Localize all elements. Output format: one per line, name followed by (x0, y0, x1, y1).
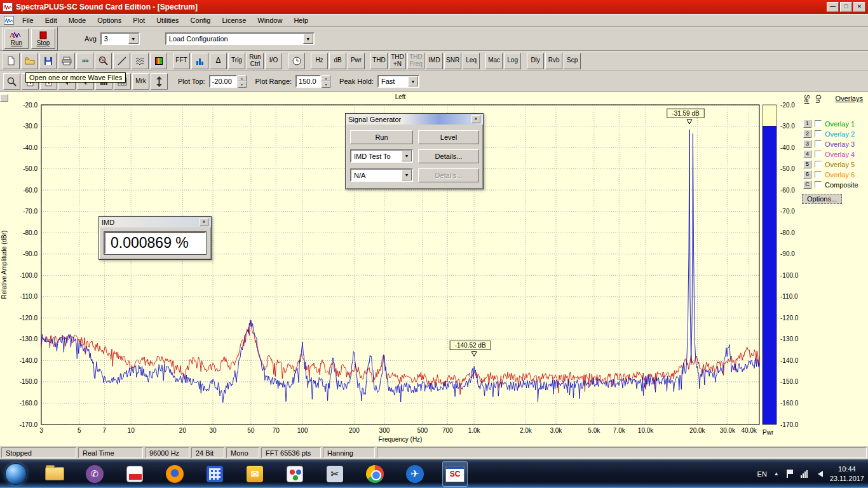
taskbar-explorer[interactable] (42, 461, 67, 487)
toolbar-scp-button[interactable]: Scp (564, 53, 581, 69)
child-window-icon[interactable] (4, 16, 14, 25)
plot-range-input[interactable] (295, 75, 321, 88)
overlay-set-button-6[interactable]: 6 (803, 170, 811, 179)
overlay-on-checkbox-C[interactable] (815, 181, 822, 188)
toolbar-save-button[interactable] (39, 53, 57, 69)
toolbar-fft-button[interactable]: FFT (173, 53, 190, 69)
overlay-on-checkbox-4[interactable] (815, 151, 822, 158)
menu-config[interactable]: Config (185, 15, 217, 26)
taskbar-mail[interactable]: ✉ (242, 461, 268, 487)
menu-license[interactable]: License (216, 15, 252, 26)
toolbar-log-button[interactable]: Log (504, 53, 521, 69)
toolbar-io-button[interactable]: I/O (265, 53, 282, 69)
close-icon[interactable]: × (471, 115, 480, 123)
toolbar-leq-button[interactable]: Leq (463, 53, 480, 69)
network-icon[interactable] (801, 470, 808, 478)
spin-up-icon[interactable]: ▴ (238, 75, 247, 81)
signal-generator-titlebar[interactable]: Signal Generator × (346, 114, 483, 125)
taskbar-snipping-tool[interactable]: ✂ (322, 461, 348, 487)
imd-titlebar[interactable]: IMD × (99, 217, 211, 227)
toolbar-bar-graph-button[interactable] (191, 53, 208, 69)
load-configuration-select[interactable]: Load Configuration ▼ (165, 32, 315, 45)
stop-button[interactable]: Stop (31, 29, 55, 49)
menu-plot[interactable]: Plot (127, 15, 151, 26)
toolbar-thd-button[interactable]: THD (370, 53, 388, 69)
taskbar-chrome[interactable] (362, 461, 388, 487)
overlay-set-button-3[interactable]: 3 (803, 140, 811, 148)
clock[interactable]: 10:44 23.11.2017 (830, 464, 864, 484)
show-hidden-icons-icon[interactable]: ▲ (774, 471, 779, 477)
toolbar-imd-button[interactable]: IMD (426, 53, 443, 69)
toolbar-zoom-wave-button[interactable] (95, 53, 112, 69)
toolbar-print-button[interactable] (58, 53, 75, 69)
menu-options[interactable]: Options (92, 15, 127, 26)
toolbar-thd-n-button[interactable]: THD +N (389, 53, 406, 69)
overlay-on-checkbox-6[interactable] (815, 171, 822, 178)
overlay-set-button-5[interactable]: 5 (803, 160, 811, 168)
overlays-options-button[interactable]: Options... (802, 194, 842, 204)
taskbar-viber[interactable]: ✆ (82, 461, 107, 487)
start-button[interactable] (5, 463, 27, 485)
language-indicator[interactable]: EN (757, 470, 767, 478)
taskbar-pdf-reader[interactable] (122, 461, 147, 487)
toolbar-new-button[interactable] (3, 53, 20, 69)
chevron-down-icon[interactable]: ▼ (402, 170, 412, 180)
volume-icon[interactable] (815, 471, 823, 477)
toolbar-dly-button[interactable]: Dly (527, 53, 544, 69)
toolbar-spectrogram-button[interactable] (150, 53, 167, 69)
menu-mode[interactable]: Mode (63, 15, 92, 26)
overlay-on-checkbox-5[interactable] (815, 161, 822, 168)
taskbar-calculator[interactable] (202, 461, 227, 487)
siggen-waveform-select[interactable]: IMD Test To ▼ (350, 149, 413, 163)
overlay-set-button-4[interactable]: 4 (803, 150, 811, 158)
siggen-run-button[interactable]: Run (350, 130, 413, 144)
spin-down-icon[interactable]: ▾ (238, 81, 247, 88)
toolbar-hz-button[interactable]: Hz (311, 53, 328, 69)
menu-help[interactable]: Help (288, 15, 314, 26)
toolbar-markers-button[interactable]: Mrk (132, 73, 149, 90)
action-center-icon[interactable] (786, 470, 794, 478)
toolbar-snr-button[interactable]: SNR (444, 53, 461, 69)
pane-splitter[interactable] (0, 94, 8, 102)
overlay-on-checkbox-1[interactable] (815, 120, 822, 127)
maximize-icon[interactable]: □ (840, 2, 852, 12)
toolbar-waterfall-button[interactable] (132, 53, 149, 69)
overlay-on-checkbox-3[interactable] (815, 140, 822, 147)
run-button[interactable]: Run (4, 29, 29, 49)
overlay-on-checkbox-2[interactable] (815, 130, 822, 137)
overlay-set-button-C[interactable]: C (803, 180, 811, 189)
plot-top-input[interactable] (209, 75, 237, 88)
minimize-icon[interactable]: — (827, 2, 839, 12)
toolbar-run-ctrl-button[interactable]: Run Ctrl (247, 53, 264, 69)
avg-select[interactable]: 3 ▼ (100, 32, 140, 45)
taskbar-firefox[interactable] (162, 461, 187, 487)
chevron-down-icon[interactable]: ▼ (408, 76, 418, 86)
toolbar-delta-button[interactable]: Δ (210, 53, 227, 69)
toolbar-trigger-button[interactable]: Trig (228, 53, 245, 69)
chevron-down-icon[interactable]: ▼ (303, 34, 313, 44)
toolbar-thd-freq-button[interactable]: THD Freq (407, 53, 424, 69)
toolbar-mac-button[interactable]: Mac (485, 53, 503, 69)
toolbar-rvb-button[interactable]: Rvb (545, 53, 562, 69)
toolbar-open-button[interactable] (21, 53, 38, 69)
overlay-set-button-2[interactable]: 2 (803, 130, 811, 138)
siggen-level-button[interactable]: Level (418, 130, 479, 144)
spin-up-icon[interactable]: ▴ (322, 75, 330, 81)
chevron-down-icon[interactable]: ▼ (128, 34, 139, 44)
toolbar-timer-button[interactable] (288, 53, 305, 69)
chevron-down-icon[interactable]: ▼ (402, 151, 412, 161)
menu-edit[interactable]: Edit (39, 15, 63, 26)
taskbar-spectraplus[interactable]: SC (442, 461, 468, 487)
toolbar-fast-forward-button[interactable]: »» (76, 53, 93, 69)
menu-window[interactable]: Window (252, 15, 288, 26)
taskbar-paint[interactable] (282, 461, 308, 487)
spin-down-icon[interactable]: ▾ (322, 81, 330, 88)
menu-utilities[interactable]: Utilities (151, 15, 184, 26)
taskbar-flight-app[interactable]: ✈ (402, 461, 428, 487)
toolbar-phase-plot-button[interactable] (113, 53, 130, 69)
overlay-set-button-1[interactable]: 1 (803, 119, 811, 128)
siggen-channel2-select[interactable]: N/A ▼ (350, 168, 413, 182)
toolbar-vertical-scale-button[interactable] (151, 73, 168, 90)
close-icon[interactable]: × (200, 218, 208, 226)
toolbar-db-button[interactable]: dB (329, 53, 346, 69)
